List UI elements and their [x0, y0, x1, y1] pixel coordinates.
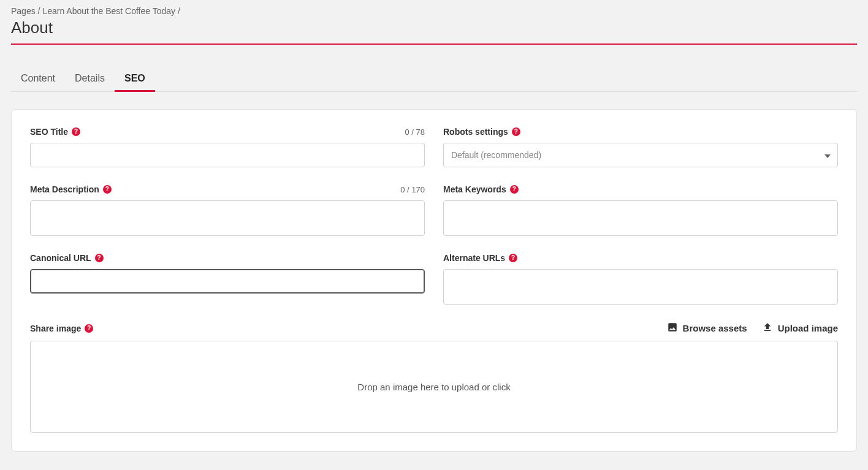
help-icon[interactable]: ?: [510, 185, 519, 194]
meta-description-counter: 0 / 170: [400, 185, 425, 194]
share-image-label: Share image: [30, 324, 81, 333]
help-icon[interactable]: ?: [509, 254, 517, 262]
help-icon[interactable]: ?: [85, 324, 93, 333]
breadcrumb-separator: /: [38, 6, 40, 16]
breadcrumb-root[interactable]: Pages: [11, 6, 36, 16]
field-alternate-urls: Alternate URLs ?: [443, 253, 838, 305]
robots-label: Robots settings: [443, 127, 508, 137]
upload-image-button[interactable]: Upload image: [762, 322, 838, 335]
field-robots: Robots settings ? Default (recommended): [443, 127, 838, 167]
seo-title-label: SEO Title: [30, 127, 68, 137]
tabs: Content Details SEO: [11, 67, 857, 92]
canonical-url-label: Canonical URL: [30, 253, 91, 263]
help-icon[interactable]: ?: [95, 254, 104, 262]
tab-content[interactable]: Content: [11, 67, 65, 91]
share-image-actions: Browse assets Upload image: [667, 322, 838, 335]
tab-details[interactable]: Details: [65, 67, 115, 91]
dropzone-text: Drop an image here to upload or click: [357, 382, 510, 392]
meta-keywords-label: Meta Keywords: [443, 184, 506, 194]
alternate-urls-label: Alternate URLs: [443, 253, 505, 263]
upload-icon: [762, 322, 773, 335]
meta-keywords-input[interactable]: [443, 200, 838, 236]
meta-description-label: Meta Description: [30, 184, 99, 194]
breadcrumb: Pages / Learn About the Best Coffee Toda…: [11, 6, 857, 16]
field-canonical-url: Canonical URL ?: [30, 253, 425, 305]
alternate-urls-input[interactable]: [443, 269, 838, 305]
help-icon[interactable]: ?: [72, 127, 80, 136]
breadcrumb-parent[interactable]: Learn About the Best Coffee Today: [42, 6, 175, 16]
field-share-image: Share image ? Browse assets: [30, 322, 838, 433]
browse-assets-label: Browse assets: [683, 323, 747, 333]
breadcrumb-separator: /: [178, 6, 180, 16]
help-icon[interactable]: ?: [512, 127, 520, 136]
canonical-url-input[interactable]: [30, 269, 425, 294]
header-divider: [11, 44, 857, 45]
seo-title-counter: 0 / 78: [405, 127, 425, 137]
help-icon[interactable]: ?: [103, 185, 112, 194]
tab-seo[interactable]: SEO: [115, 67, 155, 91]
seo-title-input[interactable]: [30, 143, 425, 167]
field-meta-description: Meta Description ? 0 / 170: [30, 184, 425, 236]
field-seo-title: SEO Title ? 0 / 78: [30, 127, 425, 167]
browse-assets-button[interactable]: Browse assets: [667, 322, 747, 335]
seo-card: SEO Title ? 0 / 78 Robots settings ? Def…: [11, 109, 857, 452]
image-icon: [667, 322, 678, 335]
meta-description-input[interactable]: [30, 200, 425, 236]
upload-image-label: Upload image: [778, 323, 838, 333]
share-image-dropzone[interactable]: Drop an image here to upload or click: [30, 341, 838, 433]
field-meta-keywords: Meta Keywords ?: [443, 184, 838, 236]
robots-select[interactable]: Default (recommended): [443, 143, 838, 167]
page-title: About: [11, 18, 857, 37]
robots-selected-value: Default (recommended): [443, 143, 838, 167]
